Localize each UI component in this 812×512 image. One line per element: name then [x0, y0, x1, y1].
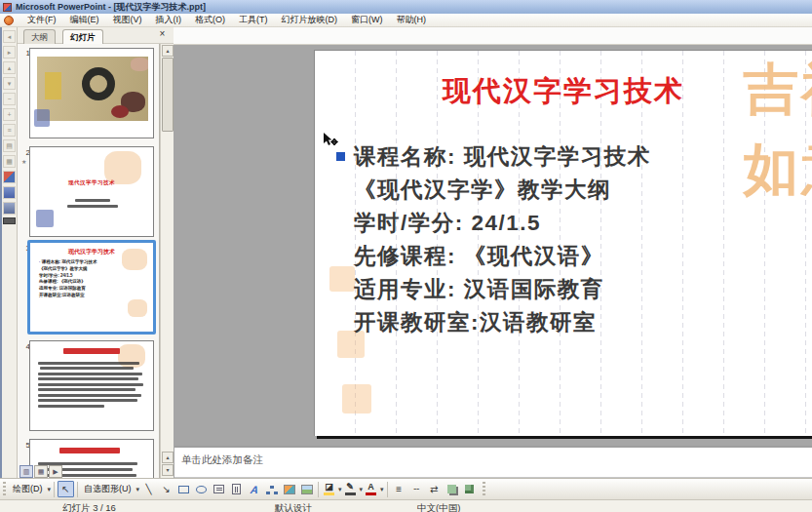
seal-stamp-decoration — [342, 384, 371, 414]
slide-thumbnail-1[interactable] — [29, 48, 154, 138]
clipart-icon[interactable] — [281, 481, 297, 497]
textbox-tool-icon[interactable] — [211, 481, 227, 497]
menu-format[interactable]: 格式(O) — [189, 13, 231, 27]
seal-stamp-decoration — [36, 210, 54, 227]
outline-move-up-button[interactable]: ▴ — [3, 61, 16, 74]
wordart-icon[interactable]: A — [246, 481, 262, 497]
normal-view-button[interactable]: ▥ — [19, 465, 33, 478]
decor-ornament — [128, 299, 147, 317]
slide-thumbnail-4[interactable] — [29, 340, 154, 431]
body-line[interactable]: 《现代汉字学》教学大纲 — [354, 174, 651, 207]
vertical-textbox-tool-icon[interactable] — [228, 481, 245, 497]
menu-slideshow[interactable]: 幻灯片放映(D) — [276, 13, 344, 27]
diagram-icon[interactable] — [263, 481, 280, 497]
thumb-text-bar — [40, 367, 134, 370]
autoshapes-menu-button[interactable]: 自选图形(U) — [81, 481, 135, 497]
line-tool-icon[interactable]: ╲ — [140, 481, 157, 497]
thumb-text-bar — [67, 205, 118, 208]
thumb-text-bar — [38, 383, 143, 386]
powerpoint-logo-icon — [4, 16, 14, 25]
menu-help[interactable]: 帮助(H) — [391, 13, 433, 27]
show-formatting-button[interactable] — [3, 171, 16, 183]
slide-title[interactable]: 现代汉字学习技术 — [315, 72, 812, 111]
line-color-button[interactable]: ✎ — [343, 482, 358, 496]
title-bar: Microsoft PowerPoint - [现代汉字学习技术.ppt] — [0, 0, 812, 14]
powerpoint-app-icon — [3, 3, 12, 12]
slide-thumbnails-panel: 1 2 ★ 现代汉字学习技术 3 现代汉字学习技术 课程名称: 现代汉字学习技术… — [18, 44, 160, 478]
language-indicator: 中文(中国) — [417, 502, 460, 512]
view-buttons: ▥ ▦ ▶ — [19, 465, 62, 478]
move-cursor-icon — [323, 133, 338, 148]
outline-move-down-button[interactable]: ▾ — [3, 77, 16, 90]
thumb-text-bar — [38, 394, 141, 397]
menu-window[interactable]: 窗口(W) — [345, 13, 389, 27]
separator — [387, 482, 388, 497]
thumb-text-bar — [38, 405, 104, 408]
body-line[interactable]: 适用专业: 汉语国际教育 — [354, 273, 651, 306]
3d-style-icon[interactable] — [461, 481, 478, 497]
toolbar-grip[interactable] — [3, 482, 6, 497]
shadow-style-icon[interactable] — [444, 481, 460, 497]
arrow-tool-icon[interactable]: ↘ — [158, 481, 174, 497]
scroll-prev-icon[interactable]: ▴ — [162, 452, 174, 463]
scroll-up-icon[interactable]: ▴ — [162, 45, 174, 57]
tab-slides[interactable]: 幻灯片 — [62, 29, 103, 44]
thumb-text-bar — [38, 377, 138, 380]
tab-outline[interactable]: 大纲 — [23, 29, 56, 44]
status-bar: 幻灯片 3 / 16 默认设计 中文(中国) — [0, 499, 812, 512]
thumbnails-scrollbar[interactable]: ▴ ▴ ▾ — [160, 44, 174, 478]
draw-menu-button[interactable]: 绘图(D) — [10, 481, 46, 497]
menu-edit[interactable]: 编辑(E) — [64, 13, 105, 27]
body-line[interactable]: 课程名称: 现代汉字学习技术 — [354, 140, 651, 174]
slide-canvas[interactable]: 吉祥 如意 现代汉字学习技术 课程名称: 现代汉字学习技术 《现代汉字学》教学大… — [314, 50, 812, 436]
separator — [54, 482, 55, 497]
outline-collapse-button[interactable]: − — [3, 93, 16, 105]
close-pane-icon[interactable]: × — [157, 29, 168, 40]
thumb-text-bar — [38, 388, 135, 391]
slideshow-view-button[interactable]: ▶ — [49, 465, 62, 478]
font-color-button[interactable]: A — [364, 482, 378, 496]
outline-collapse-all-button[interactable]: ≡ — [3, 124, 16, 137]
thumb-text-bar — [38, 362, 139, 365]
scroll-down-icon[interactable]: ▾ — [162, 464, 174, 476]
body-line[interactable]: 先修课程: 《现代汉语》 — [354, 240, 651, 273]
animation-indicator-icon: ★ — [21, 158, 26, 165]
seal-stamp-decoration — [329, 266, 355, 292]
rectangle-tool-icon[interactable] — [175, 481, 192, 497]
line-style-icon[interactable]: ≡ — [391, 481, 407, 497]
scrollbar-thumb[interactable] — [162, 58, 174, 132]
summary-slide-button[interactable]: ▦ — [3, 155, 16, 168]
menu-tools[interactable]: 工具(T) — [233, 13, 274, 27]
toolbar-spacer — [174, 27, 812, 45]
notes-pane[interactable]: 单击此处添加备注 — [174, 446, 812, 478]
slide-body-text[interactable]: 课程名称: 现代汉字学习技术 《现代汉字学》教学大纲 学时/学分: 24/1.5… — [354, 140, 651, 339]
chevron-down-icon: ▾ — [48, 486, 52, 493]
separator — [318, 482, 319, 497]
slide-shadow — [317, 436, 812, 439]
outline-expand-button[interactable]: + — [3, 108, 16, 121]
outline-demote-button[interactable]: ▸ — [3, 46, 16, 59]
select-objects-button[interactable]: ↖ — [58, 481, 74, 497]
body-line[interactable]: 学时/学分: 24/1.5 — [354, 207, 651, 240]
arrow-style-icon[interactable]: ⇄ — [426, 481, 443, 497]
design-template-name: 默认设计 — [275, 502, 312, 512]
thumbnail-1-image — [37, 57, 148, 121]
menu-view[interactable]: 视图(V) — [107, 13, 148, 27]
outlining-toolbar: ◂ ▸ ▴ ▾ − + ≡ ▤ ▦ — [2, 27, 18, 478]
outline-promote-button[interactable]: ◂ — [3, 30, 16, 43]
color-view-button[interactable] — [3, 186, 16, 199]
menu-file[interactable]: 文件(F) — [21, 13, 62, 27]
toolbar-grip-handle[interactable] — [3, 217, 16, 224]
oval-tool-icon[interactable] — [193, 481, 210, 497]
slide-sorter-view-button[interactable]: ▦ — [34, 465, 48, 478]
slide-thumbnail-3-selected[interactable]: 现代汉字学习技术 课程名称: 现代汉字学习技术 《现代汉字学》教学大纲 学时/学… — [27, 240, 156, 335]
slide-thumbnail-2[interactable]: 现代汉字学习技术 — [29, 146, 154, 237]
outline-expand-all-button[interactable]: ▤ — [3, 139, 16, 152]
menu-insert[interactable]: 插入(I) — [150, 13, 188, 27]
notes-placeholder[interactable]: 单击此处添加备注 — [181, 453, 263, 467]
fill-color-button[interactable]: ◪ — [322, 482, 336, 496]
insert-picture-icon[interactable] — [298, 481, 315, 497]
grayscale-view-button[interactable] — [3, 202, 16, 215]
body-line[interactable]: 开课教研室:汉语教研室 — [354, 306, 651, 339]
dash-style-icon[interactable]: ╌ — [408, 481, 425, 497]
